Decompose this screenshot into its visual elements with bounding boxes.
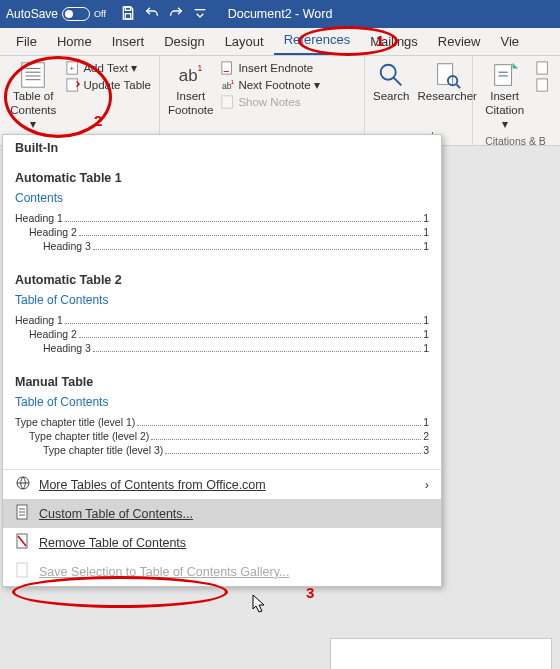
- auto1-title: Automatic Table 1: [3, 161, 441, 191]
- insert-citation-button[interactable]: Insert Citation ▾: [477, 58, 532, 133]
- svg-text:ab: ab: [179, 66, 198, 85]
- remove-toc-label: Remove Table of Contents: [39, 536, 186, 550]
- chevron-right-icon: ›: [425, 478, 429, 492]
- builtin-heading: Built-In: [3, 135, 441, 161]
- auto1-preview[interactable]: Contents Heading 11 Heading 21 Heading 3…: [3, 191, 441, 263]
- svg-rect-26: [537, 79, 548, 91]
- undo-icon[interactable]: [144, 5, 160, 24]
- autosave-state: Off: [94, 9, 106, 19]
- toc-gallery-dropdown: Built-In Automatic Table 1 Contents Head…: [2, 134, 442, 587]
- table-row: Type chapter title (level 1)1: [15, 415, 429, 429]
- show-notes-label: Show Notes: [238, 96, 300, 108]
- svg-rect-13: [222, 62, 232, 74]
- more-toc-label: More Tables of Contents from Office.com: [39, 478, 266, 492]
- tab-home[interactable]: Home: [47, 30, 102, 55]
- svg-marker-24: [512, 63, 518, 69]
- update-table-button[interactable]: Update Table: [64, 77, 153, 93]
- autosave-switch[interactable]: [62, 7, 90, 21]
- tab-references[interactable]: References: [274, 28, 360, 55]
- group-footnotes: ab1 Insert Footnote Insert Endnote ab1 N…: [160, 56, 365, 145]
- save-icon[interactable]: [120, 5, 136, 24]
- svg-point-18: [381, 65, 396, 80]
- svg-rect-34: [17, 563, 27, 577]
- show-notes-button[interactable]: Show Notes: [219, 94, 321, 110]
- svg-text:+: +: [70, 64, 75, 73]
- table-of-contents-button[interactable]: Table of Contents ▾: [4, 58, 62, 133]
- bibliography-button[interactable]: Bil: [534, 77, 552, 93]
- custom-toc-menu-item[interactable]: Custom Table of Contents...: [3, 499, 441, 528]
- qat-customize-icon[interactable]: [192, 5, 208, 24]
- search-button[interactable]: Search: [369, 58, 413, 106]
- insert-citation-label: Insert Citation ▾: [481, 90, 528, 131]
- svg-rect-1: [125, 13, 130, 18]
- table-row: Type chapter title (level 3)3: [15, 443, 429, 457]
- tab-insert[interactable]: Insert: [102, 30, 155, 55]
- insert-footnote-button[interactable]: ab1 Insert Footnote: [164, 58, 217, 120]
- table-row: Heading 21: [15, 327, 429, 341]
- svg-rect-25: [537, 62, 548, 74]
- ribbon-tabs: File Home Insert Design Layout Reference…: [0, 28, 560, 56]
- autosave-toggle[interactable]: AutoSave Off: [0, 7, 112, 21]
- quick-access-toolbar: [112, 5, 216, 24]
- svg-rect-3: [22, 63, 45, 87]
- auto2-heading: Table of Contents: [15, 293, 429, 307]
- style-button[interactable]: Sty: [534, 60, 552, 76]
- next-footnote-button[interactable]: ab1 Next Footnote ▾: [219, 77, 321, 93]
- document-icon: [15, 504, 31, 523]
- update-table-label: Update Table: [83, 79, 151, 91]
- remove-toc-menu-item[interactable]: Remove Table of Contents: [3, 528, 441, 557]
- remove-icon: [15, 533, 31, 552]
- tab-layout[interactable]: Layout: [215, 30, 274, 55]
- insert-endnote-button[interactable]: Insert Endnote: [219, 60, 321, 76]
- svg-rect-23: [494, 65, 511, 86]
- save-selection-label: Save Selection to Table of Contents Gall…: [39, 565, 289, 579]
- table-row: Heading 11: [15, 211, 429, 225]
- group-research: Search Researcher esearch: [365, 56, 473, 145]
- toc-button-label: Table of Contents ▾: [8, 90, 58, 131]
- table-row: Heading 11: [15, 313, 429, 327]
- add-text-button[interactable]: + Add Text ▾: [64, 60, 153, 76]
- next-footnote-label: Next Footnote: [238, 79, 310, 91]
- manual-title: Manual Table: [3, 365, 441, 395]
- tab-review[interactable]: Review: [428, 30, 491, 55]
- save-selection-icon: [15, 562, 31, 581]
- autosave-label: AutoSave: [6, 7, 58, 21]
- auto2-preview[interactable]: Table of Contents Heading 11 Heading 21 …: [3, 293, 441, 365]
- add-text-label: Add Text: [83, 62, 128, 74]
- globe-icon: [15, 475, 31, 494]
- researcher-button[interactable]: Researcher: [413, 58, 480, 106]
- document-title: Document2 - Word: [228, 7, 333, 21]
- more-toc-menu-item[interactable]: More Tables of Contents from Office.com …: [3, 470, 441, 499]
- svg-rect-20: [438, 64, 453, 85]
- tab-view[interactable]: Vie: [490, 30, 529, 55]
- ribbon: Table of Contents ▾ + Add Text ▾ Update …: [0, 56, 560, 146]
- table-row: Type chapter title (level 2)2: [15, 429, 429, 443]
- table-row: Heading 31: [15, 341, 429, 355]
- group-table-of-contents: Table of Contents ▾ + Add Text ▾ Update …: [0, 56, 160, 145]
- auto2-title: Automatic Table 2: [3, 263, 441, 293]
- title-bar: AutoSave Off Document2 - Word: [0, 0, 560, 28]
- svg-rect-17: [222, 96, 233, 108]
- group-citations: Insert Citation ▾ Sty Bil Citations & B: [473, 56, 558, 145]
- save-selection-menu-item: Save Selection to Table of Contents Gall…: [3, 557, 441, 586]
- table-row: Heading 31: [15, 239, 429, 253]
- svg-rect-10: [67, 79, 78, 91]
- tab-file[interactable]: File: [6, 30, 47, 55]
- redo-icon[interactable]: [168, 5, 184, 24]
- svg-line-22: [457, 84, 461, 88]
- custom-toc-label: Custom Table of Contents...: [39, 507, 193, 521]
- svg-text:1: 1: [197, 63, 202, 73]
- manual-preview[interactable]: Table of Contents Type chapter title (le…: [3, 395, 441, 467]
- tab-design[interactable]: Design: [154, 30, 214, 55]
- insert-footnote-label: Insert Footnote: [168, 90, 213, 118]
- insert-endnote-label: Insert Endnote: [238, 62, 313, 74]
- svg-rect-0: [125, 7, 130, 10]
- manual-heading: Table of Contents: [15, 395, 429, 409]
- table-row: Heading 21: [15, 225, 429, 239]
- auto1-heading: Contents: [15, 191, 429, 205]
- svg-text:1: 1: [231, 78, 235, 85]
- researcher-label: Researcher: [417, 90, 476, 104]
- tab-mailings[interactable]: Mailings: [360, 30, 428, 55]
- svg-line-19: [394, 78, 402, 86]
- search-label: Search: [373, 90, 409, 104]
